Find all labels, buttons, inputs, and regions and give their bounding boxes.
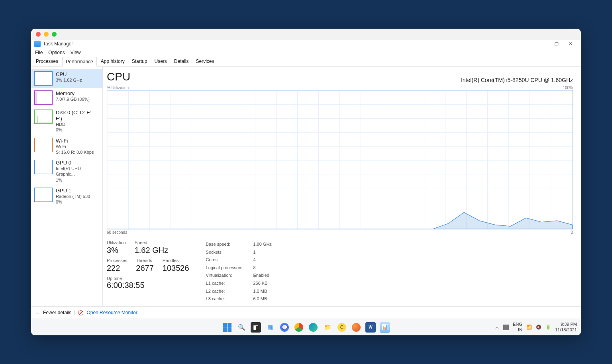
mac-zoom-button[interactable] <box>52 32 57 37</box>
tab-processes[interactable]: Processes <box>33 57 61 66</box>
sidebar-item-label: CPU <box>56 71 82 77</box>
kv-label: Sockets: <box>206 249 253 256</box>
task-manager-taskbar-icon[interactable]: 📊 <box>380 322 390 333</box>
sidebar-item-cpu[interactable]: CPU 3% 1.62 GHz <box>31 69 102 88</box>
chart-ymax: 100% <box>563 86 573 90</box>
kv-value: Enabled <box>253 272 271 279</box>
sidebar-item-sub: HDD 0% <box>56 121 99 133</box>
tab-performance[interactable]: Performance <box>62 57 97 67</box>
utilization-value: 3% <box>107 246 126 255</box>
app-icon-c[interactable]: C <box>337 322 347 333</box>
search-icon[interactable]: 🔍 <box>236 322 247 333</box>
menu-view[interactable]: View <box>71 50 81 55</box>
gpu1-thumb-icon <box>34 188 53 202</box>
task-manager-window: Task Manager — ▢ ✕ File Options View Pro… <box>31 29 581 335</box>
battery-tray-icon[interactable]: 🔋 <box>545 325 551 330</box>
utilization-label: Utilization <box>107 240 126 245</box>
tab-app-history[interactable]: App history <box>98 57 128 66</box>
chat-icon[interactable]: 💬 <box>279 322 290 333</box>
sidebar-item-sub: 3% 1.62 GHz <box>56 77 82 83</box>
sidebar-item-gpu1[interactable]: GPU 1 Radeon (TM) 530 0% <box>31 185 102 207</box>
lang-primary: ENG <box>513 322 522 327</box>
chart-ylabel: % Utilization <box>107 86 129 90</box>
disk-thumb-icon <box>34 110 53 124</box>
divider <box>75 310 75 315</box>
firefox-icon[interactable] <box>351 322 361 333</box>
content: CPU Intel(R) Core(TM) i5-8250U CPU @ 1.6… <box>103 67 581 306</box>
tabs: Processes Performance App history Startu… <box>31 57 581 67</box>
minimize-button[interactable]: — <box>535 41 549 47</box>
kv-label: Logical processors: <box>206 264 253 272</box>
menubar: File Options View <box>31 48 581 57</box>
kv-label: Virtualization: <box>206 272 253 279</box>
handles-label: Handles <box>163 258 189 263</box>
kv-label: L1 cache: <box>206 280 253 287</box>
sidebar-item-label: GPU 0 <box>56 160 99 166</box>
tab-users[interactable]: Users <box>151 57 170 66</box>
processes-value: 222 <box>107 264 127 273</box>
sidebar-item-label: Memory <box>56 90 90 96</box>
clock-time: 9:39 PM <box>555 322 577 327</box>
clock[interactable]: 9:39 PM 11/18/2021 <box>555 322 577 332</box>
maximize-button[interactable]: ▢ <box>549 41 563 47</box>
sidebar-item-sub: Wi-Fi S: 16.0 R: 8.0 Kbps <box>56 144 94 155</box>
kv-label: L2 cache: <box>206 288 253 295</box>
edge-icon[interactable] <box>308 322 318 333</box>
sidebar-item-sub: Intel(R) UHD Graphic... 1% <box>56 166 99 183</box>
footer-bar: ︿ Fewer details Open Resource Monitor <box>31 306 581 319</box>
menu-options[interactable]: Options <box>48 50 65 55</box>
widgets-icon[interactable]: ▦ <box>265 322 275 333</box>
file-explorer-icon[interactable]: 📁 <box>322 322 333 333</box>
memory-thumb-icon <box>34 90 53 105</box>
sidebar-item-wifi[interactable]: Wi-Fi Wi-Fi S: 16.0 R: 8.0 Kbps <box>31 135 102 158</box>
wifi-tray-icon[interactable]: 📶 <box>526 325 532 330</box>
resource-monitor-icon <box>78 310 83 315</box>
mac-minimize-button[interactable] <box>44 32 49 37</box>
speed-value: 1.62 GHz <box>135 246 168 255</box>
tray-chevron-icon[interactable]: ︿ <box>495 324 499 330</box>
taskbar: 🔍 ◧ ▦ 💬 📁 C W 📊 ︿ ENG IN 📶 🔇 🔋 9:39 PM <box>31 319 581 335</box>
open-resource-monitor-link[interactable]: Open Resource Monitor <box>86 310 137 315</box>
kv-label: L3 cache: <box>206 296 253 303</box>
sidebar-item-gpu0[interactable]: GPU 0 Intel(R) UHD Graphic... 1% <box>31 157 102 185</box>
uptime-value: 6:00:38:55 <box>107 281 189 290</box>
word-icon[interactable]: W <box>365 322 376 333</box>
kv-value: 6.0 MB <box>253 296 271 303</box>
chrome-icon[interactable] <box>294 322 304 333</box>
threads-label: Threads <box>136 258 154 263</box>
sidebar: CPU 3% 1.62 GHz Memory 7.0/7.9 GB (89%) … <box>31 67 103 306</box>
kv-label: Cores: <box>206 256 253 264</box>
tab-services[interactable]: Services <box>193 57 218 66</box>
volume-tray-icon[interactable]: 🔇 <box>536 325 541 330</box>
tab-startup[interactable]: Startup <box>129 57 151 66</box>
start-button[interactable] <box>222 322 232 333</box>
sidebar-item-label: Disk 0 (C: D: E: F:) <box>56 110 99 121</box>
mac-close-button[interactable] <box>36 32 41 37</box>
sidebar-item-memory[interactable]: Memory 7.0/7.9 GB (89%) <box>31 88 102 107</box>
mac-traffic-lights <box>31 29 581 40</box>
app-icon <box>34 41 41 47</box>
language-indicator[interactable]: ENG IN <box>513 322 522 332</box>
kv-value: 4 <box>253 256 271 264</box>
kv-value: 1.80 GHz <box>253 241 271 248</box>
cpu-thumb-icon <box>34 71 53 86</box>
cpu-model: Intel(R) Core(TM) i5-8250U CPU @ 1.60GHz <box>461 77 573 83</box>
task-view-icon[interactable]: ◧ <box>251 322 261 333</box>
chart-xmax: 60 seconds <box>107 230 127 235</box>
window-title: Task Manager <box>43 41 73 47</box>
fewer-details-link[interactable]: Fewer details <box>43 310 71 315</box>
sidebar-item-disk[interactable]: Disk 0 (C: D: E: F:) HDD 0% <box>31 107 102 135</box>
threads-value: 2677 <box>136 264 154 273</box>
cpu-details-table: Base speed:1.80 GHz Sockets:1 Cores:4 Lo… <box>205 240 273 303</box>
menu-file[interactable]: File <box>35 50 43 55</box>
close-button[interactable]: ✕ <box>563 41 578 47</box>
handles-value: 103526 <box>163 264 189 273</box>
chevron-up-icon[interactable]: ︿ <box>36 310 40 315</box>
tab-details[interactable]: Details <box>171 57 192 66</box>
clock-date: 11/18/2021 <box>555 327 577 333</box>
kv-value: 1 <box>253 249 271 256</box>
tray-app-icon[interactable] <box>503 325 509 330</box>
wifi-thumb-icon <box>34 138 53 152</box>
speed-label: Speed <box>135 240 168 245</box>
gpu0-thumb-icon <box>34 160 53 174</box>
